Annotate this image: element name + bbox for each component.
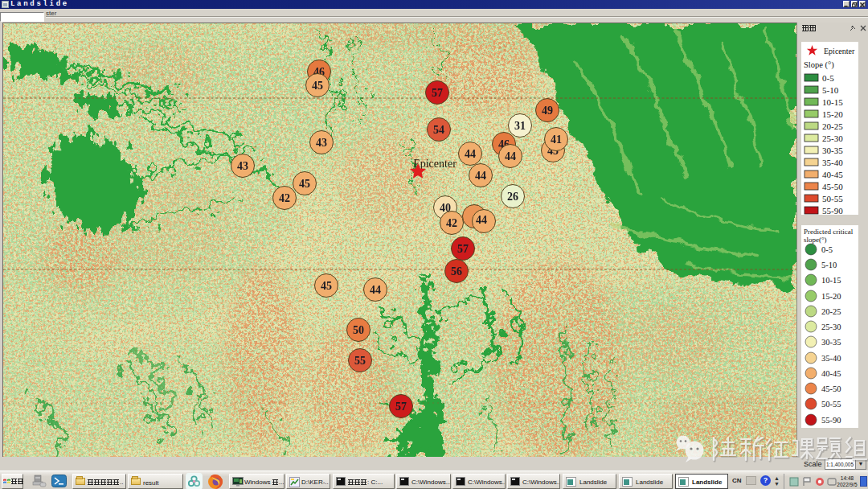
svg-text:56: 56 [451,265,462,277]
svg-text:55: 55 [354,355,366,367]
svg-text:31: 31 [514,120,526,132]
svg-text:30-35: 30-35 [821,338,841,347]
svg-text:44: 44 [465,148,476,160]
svg-text:43: 43 [316,137,327,149]
svg-text:45: 45 [299,178,310,190]
svg-text:45: 45 [321,280,332,292]
svg-text:5-10: 5-10 [821,261,837,269]
svg-text:5-10: 5-10 [822,85,839,95]
svg-text:42: 42 [279,192,290,204]
svg-text:15-20: 15-20 [821,292,841,301]
svg-text:50-55: 50-55 [821,400,841,409]
svg-text:49: 49 [542,105,553,117]
svg-text:45-50: 45-50 [821,384,841,393]
svg-text:54: 54 [433,124,444,136]
svg-text:57: 57 [395,401,407,413]
svg-text:43: 43 [237,160,248,172]
svg-text:Epicenter: Epicenter [824,47,855,55]
svg-text:44: 44 [476,214,487,226]
svg-text:44: 44 [505,150,516,162]
svg-text:20-25: 20-25 [821,307,841,316]
svg-text:0-5: 0-5 [822,73,834,83]
svg-text:42: 42 [446,217,457,229]
svg-text:55-90: 55-90 [822,206,843,215]
svg-text:44: 44 [475,170,486,182]
svg-text:0-5: 0-5 [821,245,833,254]
svg-text:57: 57 [457,243,469,255]
svg-text:10-15: 10-15 [822,97,843,107]
svg-text:Slope (°): Slope (°) [804,60,834,70]
svg-text:55-90: 55-90 [821,416,841,425]
svg-text:20-25: 20-25 [822,121,843,131]
svg-text:25-30: 25-30 [821,323,841,331]
svg-text:25-30: 25-30 [822,134,843,143]
svg-text:15-20: 15-20 [822,109,843,119]
svg-text:Predicted critical: Predicted critical [804,228,854,236]
svg-text:57: 57 [432,87,443,99]
svg-text:40-45: 40-45 [822,170,843,179]
svg-text:26: 26 [507,191,518,203]
svg-text:50: 50 [353,324,364,336]
svg-text:35-40: 35-40 [821,354,841,363]
svg-text:30-35: 30-35 [822,146,843,155]
svg-text:10-15: 10-15 [821,276,841,285]
svg-text:45: 45 [312,80,323,92]
svg-text:41: 41 [551,134,562,146]
svg-text:35-40: 35-40 [822,158,843,167]
svg-text:45-50: 45-50 [822,182,843,191]
svg-text:50-55: 50-55 [822,194,843,203]
svg-text:slope(°): slope(°) [804,236,827,244]
svg-text:44: 44 [370,284,381,296]
svg-text:40-45: 40-45 [821,369,841,378]
